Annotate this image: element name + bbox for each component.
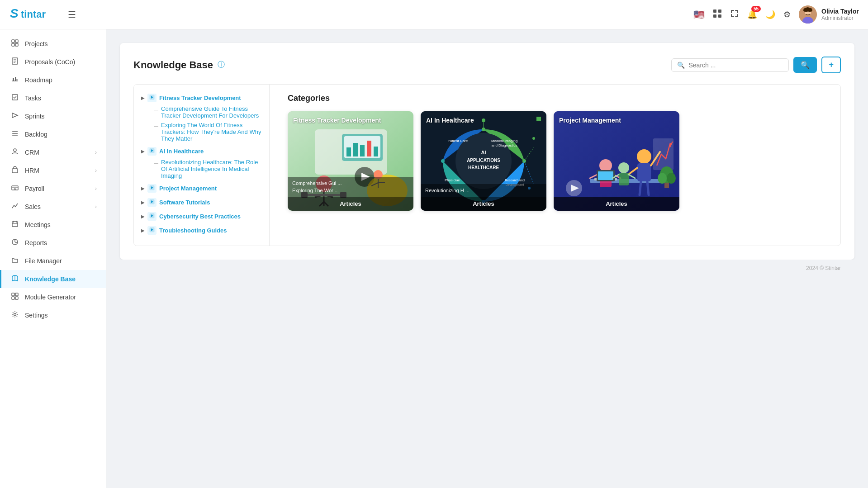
software-video-icon [147, 198, 157, 207]
footer-text: 2024 © Stintar [806, 265, 841, 271]
notification-icon[interactable]: 🔔 55 [747, 9, 757, 19]
tree-root-software[interactable]: ▶ Software Tutorials [141, 196, 262, 208]
settings-icon[interactable]: ⚙ [783, 9, 791, 19]
search-button[interactable]: 🔍 [793, 57, 817, 73]
sidebar-item-projects[interactable]: Projects [0, 35, 106, 53]
sidebar-item-payroll[interactable]: Payroll › [0, 180, 106, 198]
svg-point-114 [599, 159, 612, 172]
info-icon[interactable]: ⓘ [218, 60, 225, 70]
main-layout: Projects Proposals (CoCo) Roadmap Tasks … [0, 29, 868, 488]
ai-chevron-icon: ▶ [141, 149, 145, 154]
tree-label-pm[interactable]: Project Management [159, 185, 217, 192]
sidebar-label-sales: Sales [25, 203, 41, 210]
sales-icon [10, 202, 19, 211]
svg-point-31 [12, 135, 13, 136]
ai-card-title: AI In Healthcare [426, 117, 474, 124]
svg-point-29 [12, 131, 13, 132]
sidebar-label-payroll: Payroll [25, 185, 44, 192]
tree-root-fitness[interactable]: ▶ Fitness Tracker Development [141, 92, 262, 104]
tree-root-troubleshooting[interactable]: ▶ Troubleshooting Guides [141, 224, 262, 237]
tree-item-fitness: ▶ Fitness Tracker Development — Comprehe… [141, 92, 262, 143]
categories-grid: Fitness Tracker Development Comprehensiv… [288, 111, 831, 211]
hamburger-menu[interactable]: ☰ [68, 9, 76, 20]
svg-rect-74 [353, 143, 358, 156]
file-manager-icon [10, 256, 19, 265]
language-flag[interactable]: 🇺🇸 [693, 9, 705, 20]
svg-rect-43 [12, 293, 14, 296]
tasks-icon [10, 94, 19, 103]
hrm-icon [10, 166, 19, 175]
tree-child-label-ai-1: Revolutionizing Healthcare: The Role Of … [161, 159, 262, 179]
search-input[interactable] [688, 62, 783, 69]
sidebar-item-crm[interactable]: CRM › [0, 143, 106, 161]
tree-child-fitness-2[interactable]: — Exploring The World Of Fitness Tracker… [154, 120, 262, 143]
sidebar-item-backlog[interactable]: Backlog [0, 125, 106, 143]
sidebar-item-file-manager[interactable]: File Manager [0, 252, 106, 270]
tree-label-fitness[interactable]: Fitness Tracker Development [159, 95, 241, 101]
svg-rect-2 [713, 9, 716, 13]
sidebar-item-sprints[interactable]: Sprints [0, 107, 106, 125]
svg-rect-76 [367, 141, 371, 156]
sidebar-item-roadmap[interactable]: Roadmap [0, 71, 106, 89]
tree-root-pm[interactable]: ▶ Project Management [141, 182, 262, 194]
main-content: Knowledge Base ⓘ 🔍 🔍 + [106, 29, 868, 488]
sidebar-label-roadmap: Roadmap [25, 76, 52, 84]
tree-label-software[interactable]: Software Tutorials [159, 199, 210, 206]
sidebar: Projects Proposals (CoCo) Roadmap Tasks … [0, 29, 106, 488]
search-icon: 🔍 [677, 62, 685, 69]
sidebar-item-hrm[interactable]: HRM › [0, 161, 106, 180]
fitness-video-icon [147, 94, 157, 102]
sidebar-item-tasks[interactable]: Tasks [0, 89, 106, 107]
apps-icon[interactable] [713, 9, 722, 20]
reports-icon [10, 238, 19, 247]
sidebar-item-settings[interactable]: Settings [0, 306, 106, 324]
category-card-fitness[interactable]: Fitness Tracker Development Comprehensiv… [288, 111, 413, 211]
dot-icon-2: — [154, 123, 158, 128]
sidebar-label-reports: Reports [25, 239, 47, 246]
tree-child-fitness-1[interactable]: — Comprehensive Guide To Fitness Tracker… [154, 104, 262, 120]
payroll-icon [10, 184, 19, 193]
software-chevron-icon: ▶ [141, 200, 145, 205]
svg-text:HEALTHCARE: HEALTHCARE [468, 165, 499, 170]
crm-chevron: › [95, 149, 97, 156]
expand-icon[interactable] [730, 9, 739, 20]
knowledge-base-icon [10, 275, 19, 284]
add-button[interactable]: + [821, 57, 841, 73]
svg-rect-45 [12, 297, 14, 299]
tree-item-pm: ▶ Project Management [141, 182, 262, 194]
sprints-icon [10, 112, 19, 121]
tree-item-ai: ▶ AI In Healthcare — Revolutionizing Hea… [141, 145, 262, 180]
svg-point-131 [658, 173, 667, 184]
tree-child-ai-1[interactable]: — Revolutionizing Healthcare: The Role O… [154, 157, 262, 180]
fitness-articles-button[interactable]: Articles [288, 197, 413, 211]
sidebar-item-module-generator[interactable]: Module Generator [0, 288, 106, 306]
content-split: ▶ Fitness Tracker Development — Comprehe… [133, 84, 841, 246]
fitness-article-2: Exploring The Wor ... [292, 187, 409, 194]
proposals-icon [10, 57, 19, 66]
page-header: Knowledge Base ⓘ 🔍 🔍 + [133, 57, 841, 73]
category-card-ai[interactable]: AI APPLICATIONS HEALTHCARE Medical Imagi… [421, 111, 546, 211]
tree-label-troubleshooting[interactable]: Troubleshooting Guides [159, 227, 227, 234]
svg-text:tintar: tintar [21, 9, 46, 20]
dark-mode-icon[interactable]: 🌙 [765, 9, 775, 19]
sidebar-item-knowledge-base[interactable]: Knowledge Base [0, 270, 106, 288]
ai-articles-button[interactable]: Articles [421, 197, 546, 211]
sidebar-item-meetings[interactable]: Meetings [0, 216, 106, 234]
search-area: 🔍 🔍 + [671, 57, 841, 73]
pm-articles-button[interactable]: Articles [554, 197, 679, 211]
tree-label-ai[interactable]: AI In Healthcare [159, 148, 204, 155]
tree-root-cybersecurity[interactable]: ▶ Cybersecurity Best Practices [141, 210, 262, 223]
sidebar-item-proposals[interactable]: Proposals (CoCo) [0, 53, 106, 71]
user-profile[interactable]: Olivia Taylor Administrator [799, 5, 859, 24]
sidebar-label-crm: CRM [25, 149, 39, 156]
tree-label-cybersecurity[interactable]: Cybersecurity Best Practices [159, 213, 241, 220]
sidebar-item-reports[interactable]: Reports [0, 234, 106, 252]
fitness-article-1: Comprehensive Gui ... [292, 180, 409, 187]
svg-rect-12 [12, 40, 14, 43]
logo-text: S tintar [9, 5, 54, 24]
sidebar-item-sales[interactable]: Sales › [0, 198, 106, 216]
ai-article-lines: Revolutionizing H ... [421, 184, 546, 197]
tree-root-ai[interactable]: ▶ AI In Healthcare [141, 145, 262, 157]
category-card-pm[interactable]: Project Management Articles [554, 111, 679, 211]
svg-marker-25 [12, 113, 18, 118]
